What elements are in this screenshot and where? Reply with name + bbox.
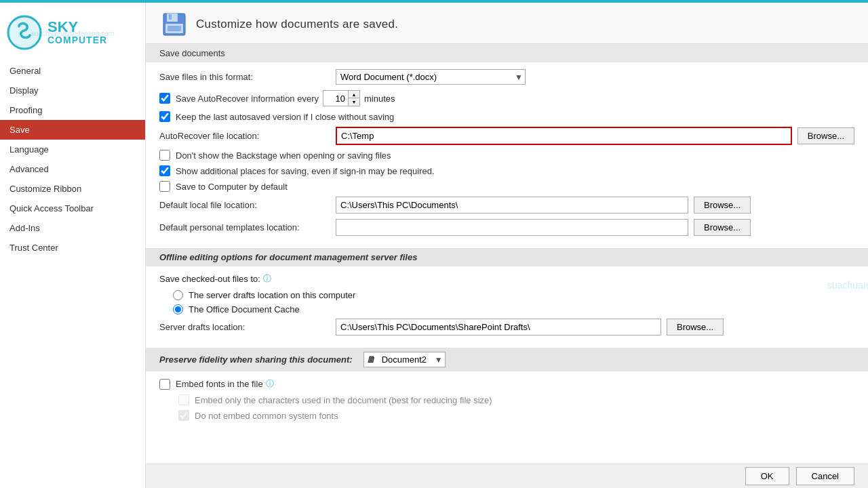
autorecover-minutes-input[interactable] — [323, 92, 348, 106]
sidebar-item-display[interactable]: Display — [0, 81, 145, 100]
sidebar-nav: General Display Proofing Save Language A… — [0, 61, 145, 258]
sidebar-item-trust-center-label: Trust Center — [9, 243, 58, 253]
sidebar-item-quick-access-toolbar[interactable]: Quick Access Toolbar — [0, 199, 145, 218]
default-personal-templates-input[interactable] — [336, 219, 688, 236]
sidebar-item-language-label: Language — [9, 144, 49, 155]
autorecover-browse-button[interactable]: Browse... — [797, 127, 854, 144]
keep-autosaved-label: Keep the last autosaved version if I clo… — [176, 112, 394, 122]
default-local-file-input[interactable] — [336, 197, 688, 214]
sidebar-item-customize-ribbon-label: Customize Ribbon — [9, 184, 81, 194]
save-checked-out-label: Save checked-out files to: — [159, 274, 260, 284]
preserve-fidelity-body: Embed fonts in the file ⓘ Embed only the… — [146, 371, 868, 432]
logo-computer: COMPUTER — [47, 35, 107, 45]
minutes-label: minutes — [364, 94, 395, 104]
save-format-select-container: Word Document (*.docx) Word 97-2003 Docu… — [336, 69, 526, 85]
sidebar: SKY COMPUTER suachuamaytindanang.com Gen… — [0, 3, 146, 488]
svg-rect-3 — [167, 14, 178, 22]
spinbox-down-button[interactable]: ▼ — [349, 98, 359, 106]
dont-show-backstage-row: Don't show the Backstage when opening or… — [159, 150, 854, 161]
sidebar-item-advanced[interactable]: Advanced — [0, 159, 145, 179]
content-header: Customize how documents are saved. — [146, 3, 868, 44]
show-additional-places-checkbox[interactable] — [159, 165, 170, 176]
save-documents-section-header: Save documents — [146, 44, 868, 62]
save-to-computer-checkbox[interactable] — [159, 181, 170, 192]
autorecover-checkbox[interactable] — [159, 93, 170, 104]
embed-fonts-checkbox[interactable] — [159, 379, 170, 390]
server-drafts-radio-row: The server drafts location on this compu… — [159, 290, 854, 300]
fidelity-document-select-container: 🗎 Document2 ▼ — [363, 352, 446, 367]
default-local-file-label: Default local file location: — [159, 200, 336, 210]
offline-editing-section-header: Offline editing options for document man… — [146, 248, 868, 266]
sidebar-item-trust-center[interactable]: Trust Center — [0, 238, 145, 258]
sidebar-item-add-ins-label: Add-Ins — [9, 223, 40, 233]
sky-computer-logo-icon — [7, 15, 42, 50]
save-documents-body: Save files in this format: Word Document… — [146, 62, 868, 248]
dont-show-backstage-checkbox[interactable] — [159, 150, 170, 161]
header-title: Customize how documents are saved. — [196, 18, 398, 31]
autorecover-location-label: AutoRecover file location: — [159, 131, 336, 141]
sidebar-item-save-label: Save — [9, 125, 30, 135]
show-additional-places-row: Show additional places for saving, even … — [159, 165, 854, 176]
save-format-select[interactable]: Word Document (*.docx) Word 97-2003 Docu… — [336, 69, 526, 85]
server-drafts-location-input[interactable] — [336, 319, 661, 336]
fidelity-document-select[interactable]: Document2 — [363, 352, 446, 367]
ok-button[interactable]: OK — [745, 467, 789, 485]
show-additional-places-label: Show additional places for saving, even … — [176, 166, 435, 176]
content-panel: Customize how documents are saved. Save … — [146, 3, 868, 488]
sidebar-item-general[interactable]: General — [0, 61, 145, 81]
content-body: Save documents Save files in this format… — [146, 44, 868, 464]
preserve-fidelity-section-header: Preserve fidelity when sharing this docu… — [146, 348, 868, 371]
dont-show-backstage-label: Don't show the Backstage when opening or… — [176, 150, 391, 161]
server-drafts-radio[interactable] — [173, 290, 183, 300]
default-personal-templates-label: Default personal templates location: — [159, 222, 336, 232]
server-drafts-location-browse-button[interactable]: Browse... — [667, 319, 724, 336]
embed-only-chars-label: Embed only the characters used in the do… — [195, 395, 492, 405]
logo-text: SKY COMPUTER — [47, 20, 107, 45]
embed-fonts-info-icon: ⓘ — [266, 378, 274, 390]
autorecover-spinbox: ▲ ▼ — [323, 90, 360, 106]
keep-autosaved-checkbox[interactable] — [159, 111, 170, 122]
server-drafts-location-row: Server drafts location: Browse... — [159, 319, 854, 336]
autorecover-label: Save AutoRecover information every — [176, 94, 319, 104]
bottom-bar: OK Cancel — [146, 464, 868, 488]
cancel-button[interactable]: Cancel — [796, 467, 854, 485]
sidebar-item-quick-access-toolbar-label: Quick Access Toolbar — [9, 203, 94, 214]
keep-autosaved-row: Keep the last autosaved version if I clo… — [159, 111, 854, 122]
embed-fonts-label: Embed fonts in the file — [176, 379, 263, 389]
autorecover-location-highlight — [336, 127, 792, 145]
svg-rect-6 — [167, 26, 181, 31]
default-personal-templates-row: Default personal templates location: Bro… — [159, 219, 854, 236]
save-to-computer-row: Save to Computer by default — [159, 181, 854, 192]
sidebar-item-proofing[interactable]: Proofing — [0, 100, 145, 120]
spinbox-up-button[interactable]: ▲ — [349, 91, 359, 98]
default-local-file-browse-button[interactable]: Browse... — [694, 197, 751, 214]
default-personal-templates-browse-button[interactable]: Browse... — [694, 219, 751, 236]
save-icon — [162, 12, 186, 37]
sidebar-logo: SKY COMPUTER suachuamaytindanang.com — [0, 9, 145, 61]
default-local-file-row: Default local file location: Browse... — [159, 197, 854, 214]
save-to-computer-label: Save to Computer by default — [176, 182, 288, 192]
svg-rect-4 — [169, 14, 172, 20]
do-not-embed-common-row: Do not embed common system fonts — [159, 410, 854, 421]
save-format-row: Save files in this format: Word Document… — [159, 69, 854, 85]
server-drafts-radio-label: The server drafts location on this compu… — [189, 290, 355, 300]
spinbox-arrows: ▲ ▼ — [348, 91, 359, 106]
sidebar-item-advanced-label: Advanced — [9, 164, 49, 174]
sidebar-item-general-label: General — [9, 66, 41, 76]
office-cache-radio-label: The Office Document Cache — [189, 304, 300, 314]
embed-only-chars-row: Embed only the characters used in the do… — [159, 394, 854, 405]
sidebar-item-language[interactable]: Language — [0, 140, 145, 159]
autorecover-checkbox-row: Save AutoRecover information every ▲ ▼ m… — [159, 90, 854, 106]
sidebar-item-display-label: Display — [9, 85, 39, 96]
embed-fonts-row: Embed fonts in the file ⓘ — [159, 378, 854, 390]
sidebar-item-customize-ribbon[interactable]: Customize Ribbon — [0, 179, 145, 199]
offline-editing-body: suachuamaytinhdanang.com Save checked-ou… — [146, 266, 868, 348]
sidebar-item-save[interactable]: Save — [0, 120, 145, 140]
autorecover-location-input[interactable] — [337, 128, 791, 144]
do-not-embed-common-label: Do not embed common system fonts — [195, 411, 338, 421]
server-drafts-location-label: Server drafts location: — [159, 322, 336, 332]
save-checked-out-info-icon: ⓘ — [263, 273, 271, 285]
do-not-embed-common-checkbox — [178, 410, 189, 421]
sidebar-item-add-ins[interactable]: Add-Ins — [0, 218, 145, 238]
office-cache-radio[interactable] — [173, 304, 183, 314]
